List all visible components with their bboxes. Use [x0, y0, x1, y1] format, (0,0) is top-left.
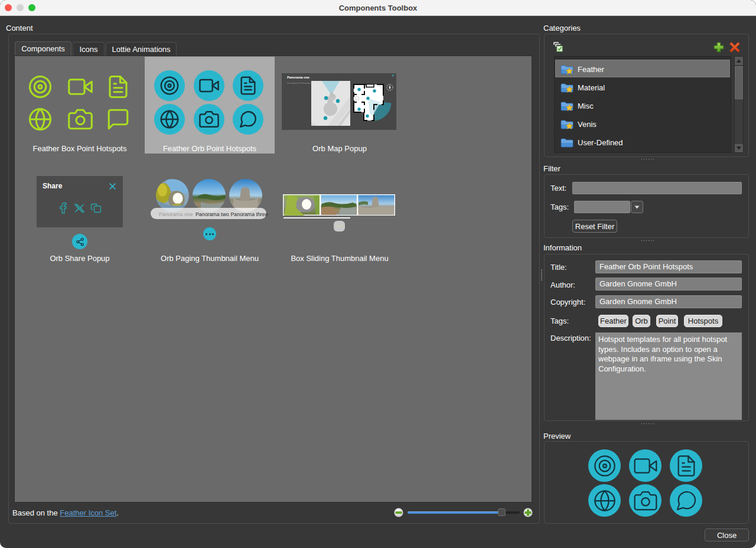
- svg-text:Panorama three: Panorama three: [231, 211, 268, 217]
- svg-text:Panorama two: Panorama two: [195, 211, 229, 217]
- svg-text:Panorama one: Panorama one: [159, 211, 193, 217]
